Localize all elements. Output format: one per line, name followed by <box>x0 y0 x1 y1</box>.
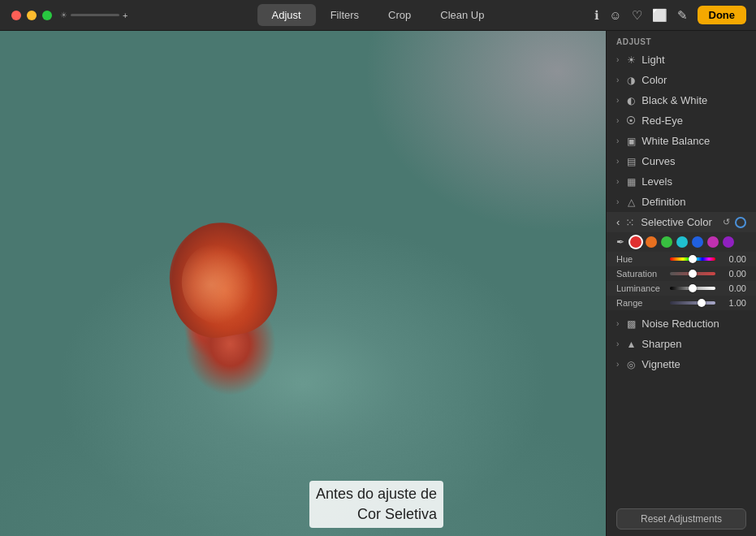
heart-icon[interactable]: ♡ <box>632 8 642 23</box>
arrow-icon: › <box>616 319 619 328</box>
adjust-item-levels[interactable]: › ▦ Levels <box>607 171 756 192</box>
color-dot-blue[interactable] <box>692 236 703 248</box>
sharpen-icon: ▲ <box>625 339 637 350</box>
sc-sliders: Hue 0.00 Saturation 0.00 Luminance <box>607 252 756 310</box>
redeye-icon: ⦿ <box>625 115 637 127</box>
selective-color-icon: ⁙ <box>624 217 636 228</box>
panel-header: ADJUST <box>607 31 756 50</box>
color-dot-green[interactable] <box>661 236 672 248</box>
arrow-icon: › <box>616 197 619 206</box>
tab-filters[interactable]: Filters <box>316 4 374 26</box>
adjust-item-curves[interactable]: › ▤ Curves <box>607 151 756 171</box>
titlebar: ☀ + Adjust Filters Crop Clean Up ℹ ☺ ♡ ⬜… <box>0 0 756 31</box>
adjust-item-label: Levels <box>642 175 672 188</box>
vignette-icon: ◎ <box>625 359 637 370</box>
light-icon: ☀ <box>625 54 637 66</box>
arrow-icon: › <box>616 96 619 105</box>
adjust-item-selective-color[interactable]: ‹ ⁙ Selective Color ↺ <box>607 212 756 232</box>
hue-value: 0.00 <box>720 254 746 264</box>
adjust-item-sharpen[interactable]: › ▲ Sharpen <box>607 334 756 354</box>
done-button[interactable]: Done <box>698 6 747 24</box>
adjust-item-bw[interactable]: › ◐ Black & White <box>607 90 756 110</box>
nav-tabs: Adjust Filters Crop Clean Up <box>257 4 499 26</box>
tab-cleanup[interactable]: Clean Up <box>426 4 499 26</box>
adjust-item-label: Definition <box>642 196 685 208</box>
adjust-item-noise[interactable]: › ▩ Noise Reduction <box>607 313 756 334</box>
range-slider-row: Range 1.00 <box>607 296 756 310</box>
adjust-item-color[interactable]: › ◑ Color <box>607 70 756 90</box>
curves-icon: ▤ <box>625 156 637 167</box>
bw-icon: ◐ <box>625 95 637 106</box>
saturation-label: Saturation <box>616 269 665 279</box>
adjust-item-label: Red-Eye <box>642 115 683 127</box>
color-dot-red[interactable] <box>630 236 642 248</box>
range-label: Range <box>616 298 665 308</box>
sc-pen-icon[interactable]: ✒ <box>616 236 624 248</box>
info-icon[interactable]: ℹ <box>594 8 599 23</box>
color-dot-orange[interactable] <box>646 236 657 248</box>
maximize-button[interactable] <box>42 11 52 20</box>
hue-slider-row: Hue 0.00 <box>607 252 756 266</box>
wb-icon: ▣ <box>625 136 637 147</box>
arrow-icon: › <box>616 116 619 125</box>
color-icon: ◑ <box>625 75 637 86</box>
range-slider[interactable] <box>670 301 715 305</box>
brightness-slider[interactable]: ☀ + <box>60 11 127 20</box>
adjust-item-wb[interactable]: › ▣ White Balance <box>607 131 756 151</box>
minimize-button[interactable] <box>27 11 37 20</box>
annotation: Antes do ajuste de Cor Seletiva <box>309 481 443 528</box>
arrow-open-icon: ‹ <box>616 216 620 228</box>
arrow-icon: › <box>616 157 619 166</box>
arrow-icon: › <box>616 76 619 84</box>
adjust-item-label: Noise Reduction <box>642 318 719 330</box>
arrow-icon: › <box>616 177 619 186</box>
sc-reset-icon[interactable]: ↺ <box>723 217 730 227</box>
adjust-item-redeye[interactable]: › ⦿ Red-Eye <box>607 110 756 131</box>
saturation-value: 0.00 <box>720 269 746 279</box>
adjust-item-label: Vignette <box>642 358 680 370</box>
hue-label: Hue <box>616 254 665 264</box>
tab-adjust[interactable]: Adjust <box>257 4 316 26</box>
sc-toggle[interactable] <box>735 217 746 228</box>
selective-color-label: Selective Color <box>641 216 718 228</box>
hue-slider[interactable] <box>670 257 715 261</box>
photo-image <box>0 31 606 536</box>
luminance-value: 0.00 <box>720 283 746 293</box>
close-button[interactable] <box>11 11 21 20</box>
arrow-icon: › <box>616 55 619 64</box>
adjust-item-vignette[interactable]: › ◎ Vignette <box>607 354 756 374</box>
right-panel: ADJUST › ☀ Light › ◑ Color › ◐ Black & W… <box>606 31 756 536</box>
emoji-icon[interactable]: ☺ <box>609 8 621 22</box>
color-dot-purple[interactable] <box>723 236 734 248</box>
definition-icon: △ <box>625 197 637 208</box>
sc-colors: ✒ <box>607 232 756 252</box>
sc-actions: ↺ <box>723 217 746 228</box>
adjust-item-label: Black & White <box>642 94 707 106</box>
luminance-label: Luminance <box>616 283 665 293</box>
levels-icon: ▦ <box>625 176 637 188</box>
arrow-icon: › <box>616 360 619 369</box>
arrow-icon: › <box>616 136 619 145</box>
adjust-item-label: Sharpen <box>642 338 681 350</box>
window-controls <box>0 11 52 20</box>
saturation-slider-row: Saturation 0.00 <box>607 266 756 281</box>
color-dot-cyan[interactable] <box>676 236 688 248</box>
tools-icon[interactable]: ✎ <box>677 8 688 23</box>
reset-adjustments-button[interactable]: Reset Adjustments <box>616 508 746 530</box>
saturation-slider[interactable] <box>670 272 715 275</box>
luminance-slider-row: Luminance 0.00 <box>607 281 756 296</box>
luminance-slider[interactable] <box>670 287 715 290</box>
adjust-item-label: Curves <box>642 155 675 167</box>
adjust-item-definition[interactable]: › △ Definition <box>607 192 756 212</box>
range-value: 1.00 <box>720 298 746 308</box>
adjust-item-label: Light <box>642 54 664 66</box>
share-icon[interactable]: ⬜ <box>652 8 667 23</box>
adjust-item-label: White Balance <box>642 135 710 147</box>
adjust-item-label: Color <box>642 74 667 86</box>
tab-crop[interactable]: Crop <box>374 4 426 26</box>
main: Antes do ajuste de Cor Seletiva ADJUST ›… <box>0 31 756 536</box>
color-dot-magenta[interactable] <box>707 236 719 248</box>
photo-area: Antes do ajuste de Cor Seletiva <box>0 31 606 536</box>
adjust-item-light[interactable]: › ☀ Light <box>607 50 756 70</box>
arrow-icon: › <box>616 339 619 348</box>
